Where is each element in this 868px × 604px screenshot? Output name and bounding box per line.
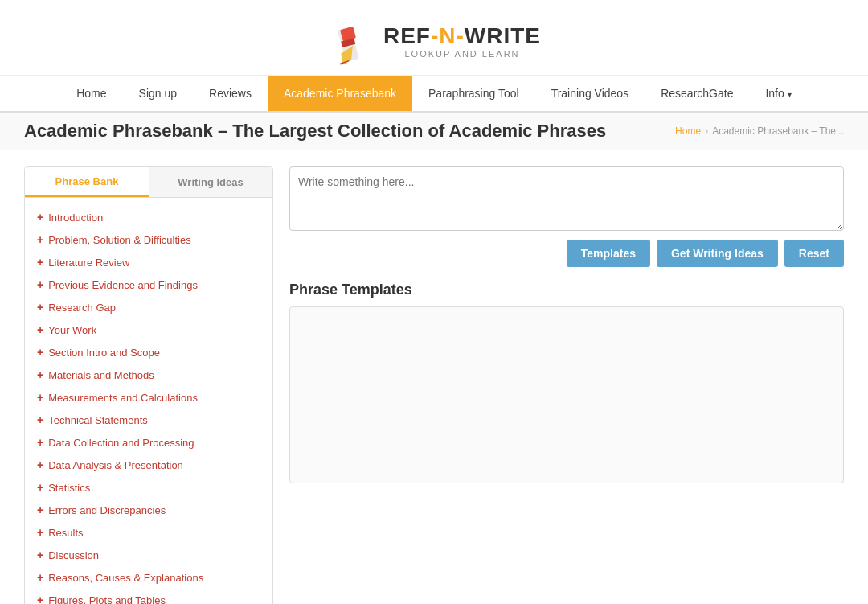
sidebar-item-section-intro[interactable]: + Section Intro and Scope [25, 341, 272, 364]
plus-icon: + [37, 278, 43, 291]
plus-icon: + [37, 301, 43, 314]
breadcrumb-bar: Academic Phrasebank – The Largest Collec… [0, 113, 868, 150]
action-buttons: Templates Get Writing Ideas Reset [289, 240, 844, 267]
sidebar-item-introduction[interactable]: + Introduction [25, 206, 272, 228]
nav-item-info[interactable]: Info [749, 76, 807, 111]
logo-tagline: LOOKUP AND LEARN [383, 49, 541, 59]
left-panel: Phrase Bank Writing Ideas + Introduction… [24, 166, 273, 604]
sidebar-item-reasons[interactable]: + Reasons, Causes & Explanations [25, 566, 272, 589]
chevron-down-icon [788, 87, 792, 100]
sidebar-item-figures[interactable]: + Figures, Plots and Tables [25, 589, 272, 604]
sidebar-item-your-work[interactable]: + Your Work [25, 318, 272, 341]
write-textarea[interactable] [289, 166, 844, 231]
plus-icon: + [37, 391, 43, 404]
plus-icon: + [37, 458, 43, 471]
plus-icon: + [37, 346, 43, 359]
plus-icon: + [37, 481, 43, 494]
get-writing-ideas-button[interactable]: Get Writing Ideas [657, 240, 778, 267]
navbar: Home Sign up Reviews Academic Phrasebank… [0, 76, 868, 113]
plus-icon: + [37, 211, 43, 224]
logo-container: REF-N-WRITE LOOKUP AND LEARN [327, 14, 541, 67]
header: REF-N-WRITE LOOKUP AND LEARN [0, 0, 868, 76]
sidebar-item-measurements[interactable]: + Measurements and Calculations [25, 386, 272, 409]
sidebar-item-previous-evidence[interactable]: + Previous Evidence and Findings [25, 273, 272, 296]
sidebar-item-problem[interactable]: + Problem, Solution & Difficulties [25, 228, 272, 251]
nav-item-paraphrasing[interactable]: Paraphrasing Tool [412, 76, 535, 111]
breadcrumb-current: Academic Phrasebank – The... [712, 125, 844, 137]
templates-button[interactable]: Templates [567, 240, 650, 267]
breadcrumb-separator: › [705, 125, 708, 137]
plus-icon: + [37, 549, 43, 561]
phrase-templates-label: Phrase Templates [289, 281, 844, 298]
right-panel: Templates Get Writing Ideas Reset Phrase… [289, 166, 844, 604]
logo-icon [327, 14, 375, 67]
reset-button[interactable]: Reset [784, 240, 844, 267]
sidebar-item-results[interactable]: + Results [25, 521, 272, 544]
breadcrumb: Home › Academic Phrasebank – The... [675, 125, 844, 137]
tab-writing-ideas[interactable]: Writing Ideas [149, 167, 272, 197]
plus-icon: + [37, 526, 43, 539]
sidebar-item-literature[interactable]: + Literature Review [25, 251, 272, 273]
logo-brand: REF-N-WRITE [383, 23, 541, 49]
plus-icon: + [37, 256, 43, 269]
breadcrumb-home-link[interactable]: Home [675, 125, 701, 137]
plus-icon: + [37, 413, 43, 426]
sidebar-item-materials-methods[interactable]: + Materials and Methods [25, 364, 272, 386]
plus-icon: + [37, 368, 43, 381]
page-title: Academic Phrasebank – The Largest Collec… [24, 121, 606, 142]
nav-item-phrasebank[interactable]: Academic Phrasebank [268, 76, 412, 111]
sidebar-item-technical[interactable]: + Technical Statements [25, 409, 272, 431]
tabs: Phrase Bank Writing Ideas [24, 166, 273, 198]
sidebar-list: + Introduction + Problem, Solution & Dif… [24, 198, 273, 604]
sidebar-item-data-analysis[interactable]: + Data Analysis & Presentation [25, 454, 272, 476]
logo-text: REF-N-WRITE LOOKUP AND LEARN [383, 23, 541, 59]
sidebar-item-research-gap[interactable]: + Research Gap [25, 296, 272, 318]
nav-item-researchgate[interactable]: ResearchGate [645, 76, 749, 111]
nav-item-signup[interactable]: Sign up [123, 76, 193, 111]
plus-icon: + [37, 571, 43, 584]
tab-phrase-bank[interactable]: Phrase Bank [25, 167, 149, 197]
nav-item-training[interactable]: Training Videos [535, 76, 645, 111]
phrase-box [289, 306, 844, 483]
plus-icon: + [37, 323, 43, 336]
plus-icon: + [37, 503, 43, 516]
nav-item-reviews[interactable]: Reviews [193, 76, 268, 111]
sidebar-item-statistics[interactable]: + Statistics [25, 476, 272, 499]
nav-item-home[interactable]: Home [60, 76, 122, 111]
sidebar-item-discussion[interactable]: + Discussion [25, 544, 272, 566]
main-content: Phrase Bank Writing Ideas + Introduction… [0, 150, 868, 604]
plus-icon: + [37, 594, 43, 604]
sidebar-item-data-collection[interactable]: + Data Collection and Processing [25, 431, 272, 454]
plus-icon: + [37, 436, 43, 449]
sidebar-item-errors[interactable]: + Errors and Discrepancies [25, 499, 272, 521]
plus-icon: + [37, 233, 43, 246]
nav-list: Home Sign up Reviews Academic Phrasebank… [60, 76, 808, 111]
